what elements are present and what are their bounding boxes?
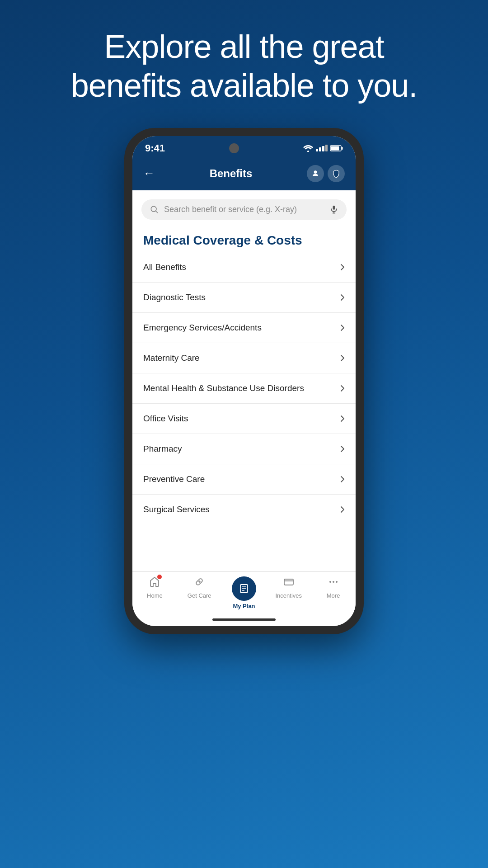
back-button[interactable]: ← — [143, 166, 155, 180]
nav-label-my-plan: My Plan — [233, 603, 255, 609]
search-bar[interactable]: Search benefit or service (e.g. X-ray) — [141, 199, 347, 220]
menu-item-diagnostic-tests[interactable]: Diagnostic Tests — [132, 283, 356, 313]
search-input[interactable]: Search benefit or service (e.g. X-ray) — [164, 205, 324, 214]
menu-item-emergency-services[interactable]: Emergency Services/Accidents — [132, 313, 356, 343]
svg-rect-17 — [284, 579, 293, 585]
nav-title: Benefits — [210, 167, 253, 180]
bandage-icon — [194, 576, 205, 587]
chevron-right-icon — [340, 264, 345, 271]
menu-list: All Benefits Diagnostic Tests Emergency … — [132, 252, 356, 529]
menu-item-surgical-services[interactable]: Surgical Services — [132, 495, 356, 524]
bcbs-icon-1 — [307, 165, 324, 182]
svg-point-19 — [329, 581, 331, 583]
menu-item-preventive-care[interactable]: Preventive Care — [132, 464, 356, 495]
menu-item-label-office-visits: Office Visits — [143, 414, 188, 424]
scroll-content[interactable]: Search benefit or service (e.g. X-ray) M… — [132, 190, 356, 571]
nav-icon-home — [149, 576, 160, 590]
nav-label-get-care: Get Care — [188, 592, 211, 599]
svg-rect-2 — [341, 147, 343, 150]
menu-item-office-visits[interactable]: Office Visits — [132, 404, 356, 434]
svg-point-20 — [333, 581, 334, 583]
nav-item-more[interactable]: More — [318, 576, 349, 609]
nav-item-incentives[interactable]: Incentives — [273, 576, 305, 609]
menu-item-label-emergency-services: Emergency Services/Accidents — [143, 323, 262, 333]
menu-item-mental-health[interactable]: Mental Health & Substance Use Disorders — [132, 373, 356, 404]
bcbs-icon-2 — [328, 165, 345, 182]
nav-icon-incentives — [283, 576, 294, 590]
phone-frame: 9:41 — [124, 128, 364, 634]
camera-notch — [229, 143, 239, 153]
nav-icon-get-care — [194, 576, 205, 590]
menu-item-label-mental-health: Mental Health & Substance Use Disorders — [143, 383, 304, 393]
menu-item-label-all-benefits: All Benefits — [143, 262, 186, 272]
chevron-right-icon — [340, 385, 345, 392]
menu-item-label-surgical-services: Surgical Services — [143, 505, 210, 514]
status-icons — [303, 145, 343, 152]
plan-icon — [239, 583, 249, 594]
nav-item-my-plan[interactable]: My Plan — [228, 576, 260, 609]
chevron-right-icon — [340, 415, 345, 422]
chevron-right-icon — [340, 324, 345, 331]
card-icon — [283, 576, 294, 587]
menu-item-label-preventive-care: Preventive Care — [143, 474, 205, 484]
svg-point-4 — [314, 170, 317, 174]
nav-icon-my-plan — [232, 576, 256, 601]
menu-item-label-maternity-care: Maternity Care — [143, 353, 200, 363]
nav-item-get-care[interactable]: Get Care — [183, 576, 215, 609]
svg-rect-3 — [331, 146, 339, 150]
section-title: Medical Coverage & Costs — [132, 224, 356, 252]
shield-icon — [332, 169, 341, 178]
status-time: 9:41 — [145, 142, 165, 154]
signal-bars — [316, 145, 328, 151]
menu-item-label-pharmacy: Pharmacy — [143, 444, 182, 454]
chevron-right-icon — [340, 476, 345, 483]
menu-item-all-benefits[interactable]: All Benefits — [132, 252, 356, 283]
svg-point-0 — [307, 151, 309, 152]
home-indicator-bar — [212, 618, 276, 621]
headline: Explore all the great benefits available… — [35, 0, 454, 128]
mic-icon[interactable] — [329, 205, 338, 214]
svg-point-21 — [336, 581, 338, 583]
bottom-nav: Home Get Care My Plan Incentives More — [132, 571, 356, 615]
menu-item-label-diagnostic-tests: Diagnostic Tests — [143, 292, 206, 302]
notification-dot — [157, 575, 162, 579]
nav-right-icons — [307, 165, 345, 182]
battery-icon — [330, 145, 343, 151]
nav-bar: ← Benefits — [132, 159, 356, 190]
headline-text2: benefits available to you. — [71, 67, 418, 104]
nav-item-home[interactable]: Home — [139, 576, 170, 609]
chevron-right-icon — [340, 294, 345, 301]
nav-label-home: Home — [147, 592, 163, 599]
headline-text: Explore all the great — [104, 28, 384, 65]
chevron-right-icon — [340, 354, 345, 362]
nav-label-incentives: Incentives — [276, 592, 302, 599]
nav-label-more: More — [327, 592, 340, 599]
svg-line-6 — [156, 211, 158, 213]
more-icon — [328, 576, 339, 587]
status-bar: 9:41 — [132, 136, 356, 159]
nav-icon-more — [328, 576, 339, 590]
person-shield-icon — [311, 169, 320, 178]
menu-item-maternity-care[interactable]: Maternity Care — [132, 343, 356, 373]
menu-item-pharmacy[interactable]: Pharmacy — [132, 434, 356, 464]
search-bar-wrapper: Search benefit or service (e.g. X-ray) — [132, 190, 356, 224]
phone-inner: 9:41 — [132, 136, 356, 626]
wifi-icon — [303, 145, 313, 152]
search-icon — [150, 205, 159, 214]
chevron-right-icon — [340, 445, 345, 453]
chevron-right-icon — [340, 506, 345, 513]
svg-rect-7 — [333, 206, 335, 210]
home-indicator — [132, 615, 356, 626]
